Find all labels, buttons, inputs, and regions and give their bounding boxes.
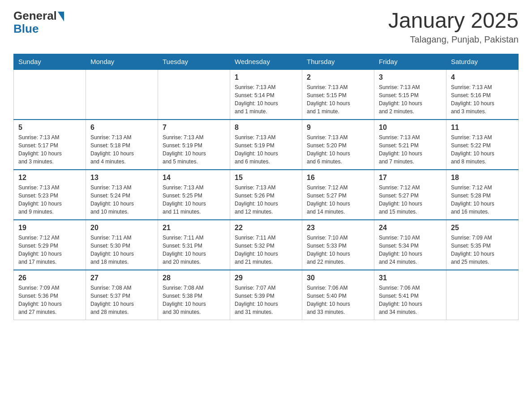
day-info: Sunrise: 7:13 AMSunset: 5:23 PMDaylight:… — [18, 184, 81, 216]
logo: General Blue — [13, 9, 64, 36]
day-info: Sunrise: 7:12 AMSunset: 5:27 PMDaylight:… — [379, 184, 442, 216]
calendar-cell: 6Sunrise: 7:13 AMSunset: 5:18 PMDaylight… — [86, 120, 158, 170]
day-info: Sunrise: 7:13 AMSunset: 5:15 PMDaylight:… — [379, 83, 442, 116]
logo-general-text: General — [13, 9, 57, 23]
week-row-2: 5Sunrise: 7:13 AMSunset: 5:17 PMDaylight… — [14, 120, 519, 170]
day-number: 21 — [163, 224, 225, 232]
day-info: Sunrise: 7:13 AMSunset: 5:19 PMDaylight:… — [235, 133, 297, 166]
day-number: 14 — [163, 174, 225, 182]
day-number: 12 — [18, 174, 81, 182]
day-info: Sunrise: 7:06 AMSunset: 5:40 PMDaylight:… — [307, 284, 369, 316]
weekday-header-saturday: Saturday — [446, 54, 519, 69]
calendar-cell: 11Sunrise: 7:13 AMSunset: 5:22 PMDayligh… — [446, 120, 519, 170]
calendar-cell: 28Sunrise: 7:08 AMSunset: 5:38 PMDayligh… — [158, 270, 230, 320]
day-number: 8 — [235, 124, 297, 132]
day-number: 5 — [18, 124, 81, 132]
day-number: 1 — [235, 73, 297, 81]
day-number: 30 — [307, 274, 369, 282]
calendar-cell: 17Sunrise: 7:12 AMSunset: 5:27 PMDayligh… — [374, 170, 446, 220]
calendar-cell: 5Sunrise: 7:13 AMSunset: 5:17 PMDaylight… — [14, 120, 86, 170]
weekday-header-wednesday: Wednesday — [230, 54, 302, 69]
day-info: Sunrise: 7:09 AMSunset: 5:36 PMDaylight:… — [18, 284, 81, 316]
weekday-header-sunday: Sunday — [14, 54, 86, 69]
calendar-cell: 18Sunrise: 7:12 AMSunset: 5:28 PMDayligh… — [446, 170, 519, 220]
day-number: 4 — [451, 73, 514, 81]
day-info: Sunrise: 7:07 AMSunset: 5:39 PMDaylight:… — [235, 284, 297, 316]
calendar-cell: 2Sunrise: 7:13 AMSunset: 5:15 PMDaylight… — [302, 69, 374, 120]
calendar-cell: 23Sunrise: 7:10 AMSunset: 5:33 PMDayligh… — [302, 220, 374, 270]
day-number: 11 — [451, 124, 514, 132]
day-info: Sunrise: 7:12 AMSunset: 5:28 PMDaylight:… — [451, 184, 514, 216]
calendar-cell: 1Sunrise: 7:13 AMSunset: 5:14 PMDaylight… — [230, 69, 302, 120]
day-info: Sunrise: 7:13 AMSunset: 5:18 PMDaylight:… — [90, 133, 153, 166]
day-number: 18 — [451, 174, 514, 182]
day-number: 20 — [90, 224, 153, 232]
day-number: 31 — [379, 274, 442, 282]
day-info: Sunrise: 7:11 AMSunset: 5:31 PMDaylight:… — [163, 234, 225, 266]
calendar-table: SundayMondayTuesdayWednesdayThursdayFrid… — [13, 54, 519, 320]
calendar-cell: 8Sunrise: 7:13 AMSunset: 5:19 PMDaylight… — [230, 120, 302, 170]
calendar-cell — [158, 69, 230, 120]
calendar-cell: 26Sunrise: 7:09 AMSunset: 5:36 PMDayligh… — [14, 270, 86, 320]
location-title: Talagang, Punjab, Pakistan — [388, 34, 519, 45]
day-number: 29 — [235, 274, 297, 282]
day-number: 16 — [307, 174, 369, 182]
weekday-header-tuesday: Tuesday — [158, 54, 230, 69]
day-info: Sunrise: 7:08 AMSunset: 5:37 PMDaylight:… — [90, 284, 153, 316]
day-number: 2 — [307, 73, 369, 81]
calendar-cell: 14Sunrise: 7:13 AMSunset: 5:25 PMDayligh… — [158, 170, 230, 220]
calendar-cell: 7Sunrise: 7:13 AMSunset: 5:19 PMDaylight… — [158, 120, 230, 170]
day-number: 6 — [90, 124, 153, 132]
calendar-cell: 15Sunrise: 7:13 AMSunset: 5:26 PMDayligh… — [230, 170, 302, 220]
day-info: Sunrise: 7:12 AMSunset: 5:29 PMDaylight:… — [18, 234, 81, 266]
week-row-4: 19Sunrise: 7:12 AMSunset: 5:29 PMDayligh… — [14, 220, 519, 270]
day-info: Sunrise: 7:13 AMSunset: 5:15 PMDaylight:… — [307, 83, 369, 116]
day-info: Sunrise: 7:09 AMSunset: 5:35 PMDaylight:… — [451, 234, 514, 266]
day-number: 15 — [235, 174, 297, 182]
day-info: Sunrise: 7:13 AMSunset: 5:22 PMDaylight:… — [451, 133, 514, 166]
day-info: Sunrise: 7:13 AMSunset: 5:25 PMDaylight:… — [163, 184, 225, 216]
logo-blue-text: Blue — [13, 22, 39, 36]
calendar-cell — [446, 270, 519, 320]
day-number: 10 — [379, 124, 442, 132]
logo-triangle-icon — [58, 12, 64, 21]
month-title: January 2025 — [388, 9, 519, 33]
calendar-cell: 25Sunrise: 7:09 AMSunset: 5:35 PMDayligh… — [446, 220, 519, 270]
day-number: 23 — [307, 224, 369, 232]
calendar-cell: 22Sunrise: 7:11 AMSunset: 5:32 PMDayligh… — [230, 220, 302, 270]
day-info: Sunrise: 7:11 AMSunset: 5:30 PMDaylight:… — [90, 234, 153, 266]
day-info: Sunrise: 7:13 AMSunset: 5:24 PMDaylight:… — [90, 184, 153, 216]
calendar-cell: 10Sunrise: 7:13 AMSunset: 5:21 PMDayligh… — [374, 120, 446, 170]
day-number: 26 — [18, 274, 81, 282]
day-number: 9 — [307, 124, 369, 132]
day-info: Sunrise: 7:10 AMSunset: 5:33 PMDaylight:… — [307, 234, 369, 266]
calendar-cell: 9Sunrise: 7:13 AMSunset: 5:20 PMDaylight… — [302, 120, 374, 170]
day-number: 25 — [451, 224, 514, 232]
day-info: Sunrise: 7:10 AMSunset: 5:34 PMDaylight:… — [379, 234, 442, 266]
week-row-3: 12Sunrise: 7:13 AMSunset: 5:23 PMDayligh… — [14, 170, 519, 220]
weekday-header-monday: Monday — [86, 54, 158, 69]
calendar-cell: 16Sunrise: 7:12 AMSunset: 5:27 PMDayligh… — [302, 170, 374, 220]
week-row-5: 26Sunrise: 7:09 AMSunset: 5:36 PMDayligh… — [14, 270, 519, 320]
calendar-cell: 4Sunrise: 7:13 AMSunset: 5:16 PMDaylight… — [446, 69, 519, 120]
calendar-cell — [86, 69, 158, 120]
page-header: General Blue January 2025 Talagang, Punj… — [13, 9, 519, 45]
day-info: Sunrise: 7:13 AMSunset: 5:17 PMDaylight:… — [18, 133, 81, 166]
day-info: Sunrise: 7:13 AMSunset: 5:19 PMDaylight:… — [163, 133, 225, 166]
day-info: Sunrise: 7:13 AMSunset: 5:20 PMDaylight:… — [307, 133, 369, 166]
calendar-cell: 29Sunrise: 7:07 AMSunset: 5:39 PMDayligh… — [230, 270, 302, 320]
week-row-1: 1Sunrise: 7:13 AMSunset: 5:14 PMDaylight… — [14, 69, 519, 120]
day-info: Sunrise: 7:08 AMSunset: 5:38 PMDaylight:… — [163, 284, 225, 316]
day-info: Sunrise: 7:11 AMSunset: 5:32 PMDaylight:… — [235, 234, 297, 266]
day-number: 24 — [379, 224, 442, 232]
calendar-cell: 31Sunrise: 7:06 AMSunset: 5:41 PMDayligh… — [374, 270, 446, 320]
day-number: 27 — [90, 274, 153, 282]
day-info: Sunrise: 7:12 AMSunset: 5:27 PMDaylight:… — [307, 184, 369, 216]
title-section: January 2025 Talagang, Punjab, Pakistan — [388, 9, 519, 45]
calendar-cell — [14, 69, 86, 120]
calendar-cell: 13Sunrise: 7:13 AMSunset: 5:24 PMDayligh… — [86, 170, 158, 220]
day-info: Sunrise: 7:13 AMSunset: 5:16 PMDaylight:… — [451, 83, 514, 116]
calendar-cell: 3Sunrise: 7:13 AMSunset: 5:15 PMDaylight… — [374, 69, 446, 120]
day-number: 22 — [235, 224, 297, 232]
day-number: 13 — [90, 174, 153, 182]
